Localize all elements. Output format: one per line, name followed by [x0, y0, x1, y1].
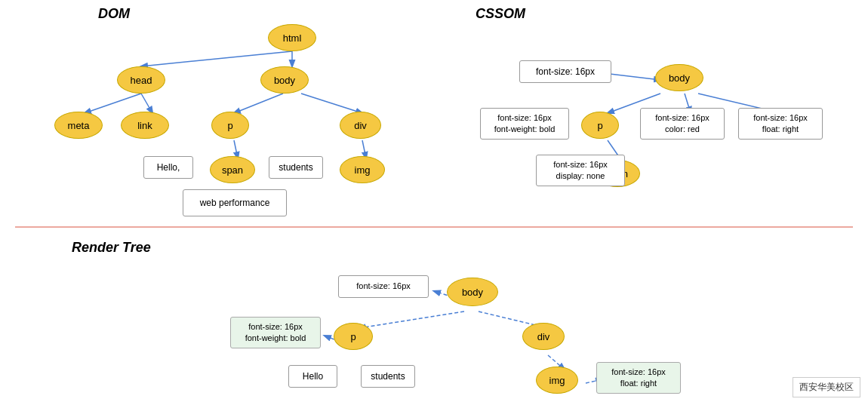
- svg-line-3: [141, 94, 152, 113]
- svg-line-4: [234, 94, 283, 113]
- cssom-p-node: p: [581, 112, 619, 139]
- svg-line-14: [359, 311, 464, 328]
- dom-meta-node: meta: [54, 112, 103, 139]
- arrows-svg: [0, 0, 868, 405]
- section-divider: [15, 226, 853, 228]
- dom-p-node: p: [211, 112, 249, 139]
- cssom-label: CSSOM: [476, 6, 525, 22]
- cssom-p-box: font-size: 16pxfont-weight: bold: [480, 108, 569, 140]
- render-img-box: font-size: 16pxfloat: right: [596, 362, 681, 394]
- dom-body-node: body: [260, 66, 309, 94]
- render-body-box: font-size: 16px: [338, 275, 429, 298]
- cssom-span-box: font-size: 16pxcolor: red: [640, 108, 725, 140]
- dom-head-node: head: [117, 66, 165, 94]
- dom-students-box: students: [269, 156, 323, 179]
- render-label: Render Tree: [72, 240, 151, 256]
- svg-line-8: [610, 74, 660, 80]
- cssom-img-box: font-size: 16pxfloat: right: [738, 108, 823, 140]
- diagram-container: DOM CSSOM Render Tree html head body met…: [0, 0, 868, 405]
- svg-line-2: [85, 94, 141, 113]
- render-body-node: body: [447, 278, 498, 306]
- dom-html-node: html: [268, 24, 316, 51]
- cssom-root-box: font-size: 16px: [519, 60, 611, 83]
- watermark: 西安华美校区: [793, 377, 860, 397]
- svg-line-5: [301, 94, 362, 113]
- cssom-span2-box: font-size: 16pxdisplay: none: [536, 155, 625, 186]
- render-p-box: font-size: 16pxfont-weight: bold: [230, 317, 321, 348]
- render-div-node: div: [522, 323, 565, 350]
- dom-img-node: img: [340, 156, 385, 183]
- dom-hello-box: Hello,: [143, 156, 193, 179]
- dom-label: DOM: [98, 6, 130, 22]
- cssom-body-node: body: [655, 64, 703, 91]
- dom-link-node: link: [121, 112, 169, 139]
- render-hello-box: Hello: [288, 365, 337, 388]
- render-img-node: img: [536, 367, 578, 394]
- dom-webperf-box: web performance: [183, 189, 287, 216]
- render-students-box: students: [361, 365, 415, 388]
- render-p-node: p: [334, 323, 373, 350]
- dom-span-node: span: [210, 156, 255, 183]
- dom-div-node: div: [340, 112, 381, 139]
- svg-line-0: [141, 51, 292, 66]
